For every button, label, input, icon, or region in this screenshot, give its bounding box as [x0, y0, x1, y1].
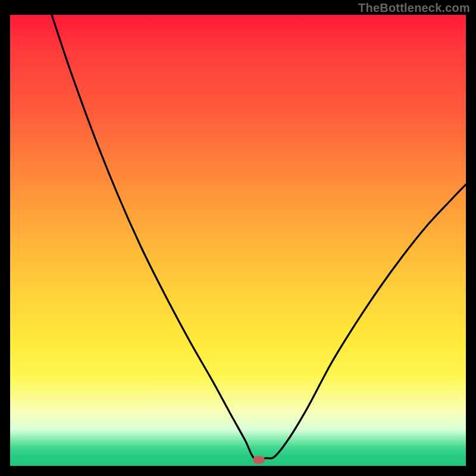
optimum-marker — [253, 456, 265, 464]
chart-frame: TheBottleneck.com — [0, 0, 476, 476]
watermark-text: TheBottleneck.com — [358, 1, 470, 15]
curve-svg — [10, 15, 466, 466]
bottleneck-curve-path — [52, 15, 466, 459]
plot-area — [10, 15, 466, 466]
